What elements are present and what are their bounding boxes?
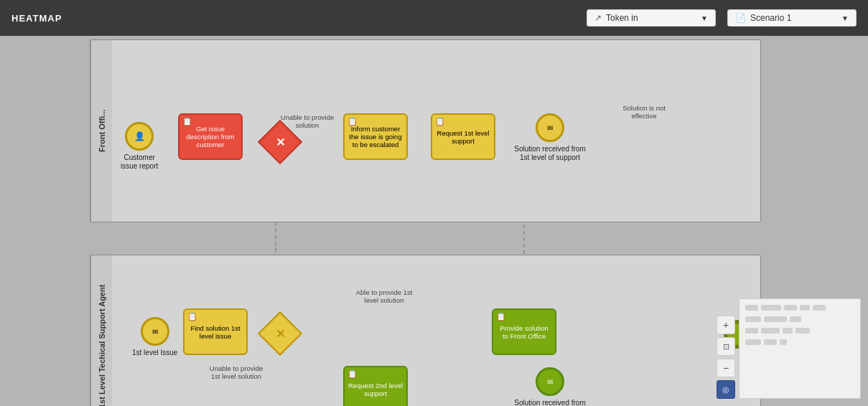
swimlane-front-office-label: Front Offi...: [90, 40, 112, 222]
minimap-block: [790, 316, 801, 322]
task-label-request2nd: Request 2nd level support: [347, 382, 403, 397]
task-icon-request2nd: 📋: [347, 369, 358, 379]
minimap-block: [813, 305, 826, 311]
scenario-file-icon: 📄: [735, 13, 746, 23]
zoom-fit-button[interactable]: ⊡: [717, 337, 735, 356]
token-dropdown[interactable]: ↗ Token in ▼: [587, 9, 716, 27]
task-icon-find-sol: 📋: [187, 312, 197, 321]
app-title: HEATMAP: [11, 13, 575, 24]
label-receive-1st: Solution received from 1st level of supp…: [514, 145, 586, 162]
minimap-block: [764, 339, 777, 345]
scenario-dropdown[interactable]: 📄 Scenario 1 ▼: [727, 9, 857, 27]
envelope-icon-receive1st: ✉: [547, 124, 553, 132]
token-arrow-icon: ↗: [594, 13, 602, 23]
minimap-block: [745, 328, 758, 334]
task-icon-get-issue: 📋: [182, 117, 192, 126]
token-label: Token in: [606, 13, 638, 23]
node-request-1st[interactable]: 📋 Request 1st level support: [431, 113, 495, 160]
task-request-2nd: 📋 Request 2nd level support: [343, 366, 408, 406]
start-event-circle: 👤: [125, 122, 154, 151]
task-label-get-issue: Get issue description from customer: [182, 125, 238, 148]
node-1st-level-issue[interactable]: ✉ 1st level Issue: [132, 317, 177, 357]
node-gw1[interactable]: ✕: [264, 126, 296, 158]
task-get-issue: 📋 Get issue description from customer: [178, 113, 243, 160]
zoom-compass-button[interactable]: ◎: [717, 380, 735, 399]
minimap-block: [764, 316, 787, 322]
node-provide-solution[interactable]: 📋 Provide solution to Front Office: [492, 308, 556, 355]
task-icon-inform: 📋: [347, 117, 358, 126]
minimap-block: [761, 328, 780, 334]
node-receive-2nd[interactable]: ✉ Solution received from 2nd level of su…: [514, 367, 586, 406]
minimap-block: [783, 328, 793, 334]
minimap-block: [761, 305, 781, 311]
circle-receive-2nd: ✉: [536, 367, 564, 396]
task-find-solution: 📋 Find solution 1st level issue: [183, 308, 248, 355]
minimap-block: [780, 339, 787, 345]
envelope-icon-receive2nd: ✉: [547, 378, 553, 386]
swimlane-1st-level-label: 1st Level Techical Support Agent: [90, 255, 112, 406]
minimap: [739, 298, 861, 399]
envelope-icon-1st-issue: ✉: [152, 328, 158, 336]
scenario-chevron-icon: ▼: [841, 14, 849, 22]
zoom-out-button[interactable]: −: [717, 359, 735, 377]
node-receive-1st[interactable]: ✉ Solution received from 1st level of su…: [514, 113, 586, 162]
label-1st-level-issue: 1st level Issue: [132, 349, 177, 357]
zoom-in-button[interactable]: +: [717, 316, 735, 334]
task-label-request1st: Request 1st level support: [435, 129, 491, 145]
minimap-row-3: [745, 328, 854, 334]
minimap-content: [739, 299, 860, 398]
minimap-row-1: [745, 305, 854, 311]
node-get-issue[interactable]: 📋 Get issue description from customer: [178, 113, 243, 160]
minimap-block: [795, 328, 810, 334]
circle-1st-level-issue: ✉: [141, 317, 169, 346]
minimap-block: [745, 339, 761, 345]
header: HEATMAP ↗ Token in ▼ 📄 Scenario 1 ▼: [0, 0, 868, 36]
minimap-block: [800, 305, 810, 311]
task-icon-request1st: 📋: [435, 117, 445, 126]
node-customer-issue-report[interactable]: 👤 Customerissue report: [121, 122, 158, 171]
task-label-inform: Inform customer the issue is going to be…: [347, 125, 403, 148]
token-chevron-icon: ▼: [701, 14, 708, 22]
scenario-label: Scenario 1: [750, 13, 791, 23]
task-label-provide-sol: Provide solution to Front Office: [496, 324, 552, 340]
minimap-block: [745, 316, 761, 322]
label-receive-2nd: Solution received from 2nd level of supp…: [514, 399, 586, 406]
task-icon-provide-sol: 📋: [496, 312, 506, 321]
minimap-block: [784, 305, 797, 311]
task-label-find-sol: Find solution 1st level issue: [187, 324, 243, 340]
minimap-row-4: [745, 339, 854, 345]
node-find-solution[interactable]: 📋 Find solution 1st level issue: [183, 308, 248, 355]
task-inform-customer: 📋 Inform customer the issue is going to …: [343, 113, 408, 160]
task-request-1st: 📋 Request 1st level support: [431, 113, 495, 160]
node-gw2[interactable]: ✕: [264, 318, 296, 349]
app-container: HEATMAP ↗ Token in ▼ 📄 Scenario 1 ▼: [0, 0, 868, 406]
gateway-diamond-1: ✕: [264, 126, 296, 158]
node-label-customer-issue: Customerissue report: [121, 154, 158, 171]
node-request-2nd[interactable]: 📋 Request 2nd level support: [343, 366, 408, 406]
circle-receive-1st: ✉: [536, 113, 564, 142]
task-provide-solution: 📋 Provide solution to Front Office: [492, 308, 556, 355]
minimap-block: [745, 305, 758, 311]
minimap-row-2: [745, 316, 854, 322]
gateway-diamond-2: ✕: [264, 318, 296, 349]
canvas-area[interactable]: Front Offi... 1st Level Techical Support…: [0, 36, 868, 406]
node-inform-customer[interactable]: 📋 Inform customer the issue is going to …: [343, 113, 408, 160]
zoom-controls: + ⊡ − ◎: [717, 316, 735, 399]
